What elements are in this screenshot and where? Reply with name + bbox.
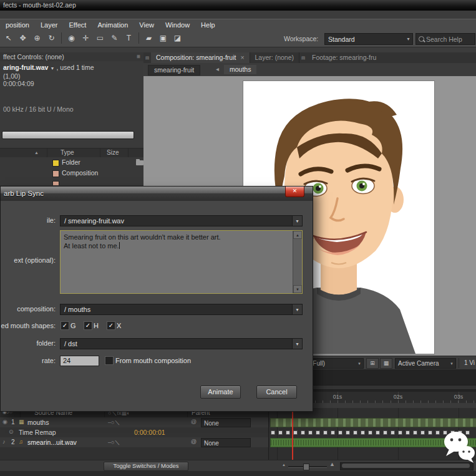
pickwhip-icon[interactable]: @ xyxy=(191,439,197,445)
zoom-out-icon[interactable]: ▲ xyxy=(282,463,286,467)
parent-dropdown[interactable]: None ▾ xyxy=(201,418,251,427)
rotation-tool-icon[interactable]: ↻ xyxy=(45,32,58,44)
pickwhip-icon[interactable]: @ xyxy=(191,419,197,425)
help-search-input[interactable]: Search Help xyxy=(415,33,475,45)
time-remap-value[interactable]: 0:00:00:01 xyxy=(134,429,165,436)
file-dropdown[interactable]: / smearing-fruit.wav ▾ xyxy=(60,215,303,226)
label-color-swatch[interactable] xyxy=(52,181,59,186)
eraser-tool-icon[interactable]: ◪ xyxy=(171,32,184,44)
pen-tool-icon[interactable]: ✎ xyxy=(108,32,121,44)
layer-switches-icons[interactable]: –○＼ xyxy=(108,439,120,447)
scroll-down-icon[interactable]: ▼ xyxy=(293,285,302,293)
menu-composition[interactable]: position xyxy=(0,19,35,31)
layer-name[interactable]: smearin...uit.wav xyxy=(27,439,77,446)
cancel-button[interactable]: Cancel xyxy=(256,386,297,399)
menu-effect[interactable]: Effect xyxy=(63,19,92,31)
magnification-dropdown[interactable]: (Full) ▾ xyxy=(308,358,364,369)
layer-name[interactable]: mouths xyxy=(27,419,49,426)
caret-down-icon[interactable]: ▼ xyxy=(50,66,54,70)
keyframe-marker[interactable] xyxy=(414,431,417,434)
workspace-dropdown[interactable]: Standard ▾ xyxy=(324,33,413,45)
time-remap-property-row[interactable]: ⊙ Time Remap 0:00:00:01 xyxy=(0,427,268,438)
scrollbar-thumb[interactable] xyxy=(342,464,470,468)
parent-dropdown[interactable]: None ▾ xyxy=(201,438,251,447)
shape-x-checkbox[interactable]: ✓ xyxy=(107,321,115,330)
keyframe-marker[interactable] xyxy=(271,431,274,434)
panel-menu-icon[interactable]: ≡ xyxy=(137,52,140,61)
textarea-scrollbar[interactable]: ▲ ▼ xyxy=(293,231,302,293)
keyframe-marker[interactable] xyxy=(309,431,312,434)
shape-h-checkbox[interactable]: ✓ xyxy=(84,321,92,330)
keyframe-marker[interactable] xyxy=(369,431,372,434)
dialog-close-button[interactable]: ✕ xyxy=(285,187,304,197)
keyframe-marker[interactable] xyxy=(354,431,357,434)
zoom-tool-icon[interactable]: ⊕ xyxy=(31,32,44,44)
tab-composition[interactable]: Composition: smearing-fruit× xyxy=(151,52,250,63)
shape-g-checkbox[interactable]: ✓ xyxy=(61,321,69,330)
project-row-composition[interactable]: Composition xyxy=(0,168,143,179)
keyframe-marker[interactable] xyxy=(406,431,409,434)
brush-tool-icon[interactable]: ▰ xyxy=(142,32,155,44)
mask-visibility-button[interactable]: ⊞ xyxy=(366,358,379,369)
stopwatch-icon[interactable]: ⊙ xyxy=(9,429,14,435)
label-color-swatch[interactable] xyxy=(52,170,59,177)
keyframe-marker[interactable] xyxy=(421,431,424,434)
shape-tool-icon[interactable]: ▭ xyxy=(94,32,107,44)
close-icon[interactable]: × xyxy=(240,54,244,61)
column-type[interactable]: Type xyxy=(61,149,74,156)
camera-tool-icon[interactable]: ◉ xyxy=(65,32,78,44)
keyframe-marker[interactable] xyxy=(361,431,364,434)
keyframe-marker[interactable] xyxy=(324,431,327,434)
chevron-down-icon[interactable]: ▾ xyxy=(292,216,302,226)
menu-view[interactable]: View xyxy=(134,19,160,31)
text-input-area[interactable]: Smearing fruit on this art wouldn't make… xyxy=(60,230,303,294)
destination-folder-dropdown[interactable]: / dst ▾ xyxy=(60,338,303,349)
wechat-icon[interactable] xyxy=(443,429,476,464)
keyframe-marker[interactable] xyxy=(279,431,282,434)
chevron-down-icon[interactable]: ▾ xyxy=(292,339,302,349)
project-row-folder[interactable]: Folder xyxy=(0,157,143,168)
view-layout-dropdown[interactable]: 1 Vi xyxy=(462,358,476,367)
eye-icon[interactable]: ◉ xyxy=(2,419,7,425)
pan-behind-tool-icon[interactable]: ✛ xyxy=(79,32,92,44)
property-name[interactable]: Time Remap xyxy=(19,429,56,436)
keyframe-marker[interactable] xyxy=(301,431,304,434)
layer-row-mouths[interactable]: ◉ 1 ▦ mouths –○＼ @ None ▾ xyxy=(0,417,268,428)
mouths-layer-bar[interactable] xyxy=(270,418,476,427)
menu-layer[interactable]: Layer xyxy=(35,19,64,31)
hand-tool-icon[interactable]: ✥ xyxy=(16,32,29,44)
keyframe-marker[interactable] xyxy=(294,431,297,434)
layer-switches-icons[interactable]: –○＼ xyxy=(108,419,120,427)
layer-row-audio[interactable]: ♪ 2 ♫ smearin...uit.wav –○＼ @ None ▾ xyxy=(0,437,268,448)
panel-grip-icon[interactable]: ▤ xyxy=(299,52,307,63)
menu-animation[interactable]: Animation xyxy=(92,19,134,31)
zoom-slider-thumb[interactable] xyxy=(303,464,309,470)
tab-layer[interactable]: Layer: (none) xyxy=(250,52,299,63)
menu-help[interactable]: Help xyxy=(195,19,221,31)
animate-button[interactable]: Animate xyxy=(200,386,241,399)
tab-footage[interactable]: Footage: smearing-fru xyxy=(307,52,476,63)
keyframe-marker[interactable] xyxy=(286,431,289,434)
keyframe-marker[interactable] xyxy=(346,431,349,434)
keyframe-marker[interactable] xyxy=(436,431,439,434)
menu-window[interactable]: Window xyxy=(160,19,195,31)
keyframe-marker[interactable] xyxy=(339,431,342,434)
breadcrumb-current[interactable]: mouths xyxy=(224,65,256,74)
label-color-swatch[interactable] xyxy=(52,160,59,167)
from-mouth-composition-checkbox[interactable] xyxy=(105,356,114,365)
speaker-icon[interactable]: ♪ xyxy=(2,439,6,445)
project-row-partial[interactable] xyxy=(0,178,143,186)
selection-tool-icon[interactable]: ↖ xyxy=(2,32,15,44)
mouth-composition-dropdown[interactable]: / mouths ▾ xyxy=(60,304,303,315)
keyframe-marker[interactable] xyxy=(376,431,379,434)
column-size[interactable]: Size xyxy=(107,149,119,156)
keyframe-marker[interactable] xyxy=(429,431,432,434)
frame-rate-input[interactable]: 24 xyxy=(60,356,99,366)
active-camera-dropdown[interactable]: Active Camera ▾ xyxy=(395,358,456,369)
panel-grip-icon[interactable]: ▤ xyxy=(143,52,151,63)
audio-preview-bar[interactable] xyxy=(2,131,134,139)
clone-tool-icon[interactable]: ▣ xyxy=(157,32,170,44)
keyframe-marker[interactable] xyxy=(384,431,387,434)
toggle-switches-modes-button[interactable]: Toggle Switches / Modes xyxy=(104,462,188,471)
breadcrumb-comp[interactable]: smearing-fruit xyxy=(148,65,200,75)
